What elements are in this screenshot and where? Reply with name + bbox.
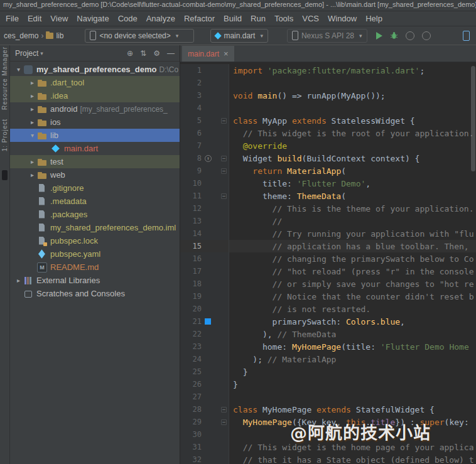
menu-item-tools[interactable]: Tools (270, 14, 298, 23)
code-line[interactable]: 14 // Try running your application with … (180, 227, 476, 240)
close-icon[interactable]: × (224, 50, 229, 58)
chevron-right-icon[interactable]: ▸ (28, 171, 37, 178)
editor-scrollbar[interactable] (470, 62, 476, 464)
code-line[interactable]: 26} (180, 378, 476, 391)
gutter[interactable]: 23 (180, 340, 229, 353)
tree-item-pubspec-lock[interactable]: pubspec.lock (10, 234, 180, 247)
code-line[interactable]: 20 // is not restarted. (180, 303, 476, 315)
code-line[interactable]: 32 // that it has a State object (define… (180, 453, 476, 464)
code-line[interactable]: 1import 'package:flutter/material.dart'; (180, 64, 476, 77)
menu-item-refactor[interactable]: Refactor (180, 14, 219, 23)
code-line[interactable]: 11− theme: ThemeData( (180, 190, 476, 202)
tree-item-scratches-and-consoles[interactable]: Scratches and Consoles (10, 287, 180, 300)
code-line[interactable]: 8↑− Widget build(BuildContext context) { (180, 152, 476, 165)
run-config-selector[interactable]: main.dart ▾ (210, 29, 268, 43)
gutter[interactable]: 24 (180, 353, 229, 365)
gutter[interactable]: 9− (180, 165, 229, 177)
code-line[interactable]: 3void main() => runApp(MyApp()); (180, 89, 476, 102)
hide-panel-icon[interactable]: — (167, 49, 175, 58)
menu-item-navigate[interactable]: Navigate (72, 14, 113, 23)
tab-main-dart[interactable]: main.dart × (182, 46, 234, 62)
tree-item-my-shared-preferences-demo[interactable]: ▾my_shared_preferences_demo D:\Co (10, 63, 180, 76)
tree-item--packages[interactable]: .packages (10, 208, 180, 221)
attach-debugger-button[interactable] (422, 31, 431, 40)
code-line[interactable]: 5−class MyApp extends StatelessWidget { (180, 114, 476, 127)
gutter[interactable]: 13 (180, 215, 229, 227)
avd-selector[interactable]: Nexus S API 28 ▾ (287, 29, 367, 43)
tree-item--metadata[interactable]: .metadata (10, 195, 180, 208)
chevron-right-icon[interactable]: ▸ (28, 92, 37, 99)
gutter[interactable]: 11− (180, 190, 229, 202)
gutter[interactable]: 16 (180, 252, 229, 265)
override-icon[interactable]: ↑ (205, 155, 212, 162)
tree-item-main-dart[interactable]: main.dart (10, 142, 180, 155)
tree-item-lib[interactable]: ▾lib (10, 129, 180, 142)
tree-item-test[interactable]: ▸test (10, 155, 180, 168)
scrollbar-thumb[interactable] (471, 66, 475, 171)
menu-item-run[interactable]: Run (246, 14, 270, 23)
fold-marker[interactable]: − (221, 118, 227, 124)
tree-item-my-shared-preferences-demo-iml[interactable]: my_shared_preferences_demo.iml (10, 221, 180, 234)
code-line[interactable]: 21 primarySwatch: Colors.blue, (180, 315, 476, 328)
device-manager-button[interactable] (463, 31, 470, 41)
fold-marker[interactable]: − (221, 419, 227, 425)
code-line[interactable]: 19 // Notice that the counter didn't res… (180, 290, 476, 303)
tree-item-pubspec-yaml[interactable]: pubspec.yaml (10, 247, 180, 261)
code-line[interactable]: 23 home: MyHomePage(title: 'Flutter Demo… (180, 340, 476, 353)
code-line[interactable]: 4 (180, 102, 476, 114)
chevron-right-icon[interactable]: ▸ (28, 105, 37, 112)
code-editor[interactable]: 1import 'package:flutter/material.dart';… (180, 62, 476, 464)
code-line[interactable]: 15 // application has a blue toolbar. Th… (180, 240, 476, 252)
gutter[interactable]: 31 (180, 441, 229, 453)
code-line[interactable]: 9− return MaterialApp( (180, 165, 476, 177)
code-line[interactable]: 12 // This is the theme of your applicat… (180, 202, 476, 215)
menu-item-view[interactable]: View (46, 14, 72, 23)
tool-window-button-resource-manager[interactable]: Resource Manager (1, 46, 8, 110)
gutter[interactable]: 15 (180, 240, 229, 252)
tree-item-android[interactable]: ▸android [my_shared_preferences_ (10, 102, 180, 116)
gutter[interactable]: 14 (180, 227, 229, 240)
gutter[interactable]: 7 (180, 139, 229, 152)
gutter[interactable]: 25 (180, 365, 229, 378)
code-line[interactable]: 17 // "hot reload" (press "r" in the con… (180, 265, 476, 278)
color-preview-swatch[interactable] (205, 318, 211, 325)
tree-item-web[interactable]: ▸web (10, 168, 180, 181)
locate-file-icon[interactable]: ⊕ (127, 49, 133, 58)
gutter[interactable]: 2 (180, 77, 229, 89)
gutter[interactable]: 6 (180, 127, 229, 139)
run-button[interactable] (376, 32, 382, 40)
code-line[interactable]: 18 // or simply save your changes to "ho… (180, 278, 476, 290)
chevron-right-icon[interactable]: ▸ (14, 277, 23, 284)
code-line[interactable]: 7 @override (180, 139, 476, 152)
gutter[interactable]: 1 (180, 64, 229, 77)
gutter[interactable]: 21 (180, 315, 229, 328)
gutter[interactable]: 22 (180, 328, 229, 340)
panel-title[interactable]: Project (15, 49, 38, 58)
code-line[interactable]: 2 (180, 77, 476, 89)
gutter[interactable]: 17 (180, 265, 229, 278)
code-line[interactable]: 28−class MyHomePage extends StatefulWidg… (180, 403, 476, 416)
menu-item-window[interactable]: Window (323, 14, 361, 23)
fold-marker[interactable]: − (221, 407, 227, 413)
code-line[interactable]: 25 } (180, 365, 476, 378)
tree-item-readme-md[interactable]: README.md (10, 261, 180, 274)
tree-item-external-libraries[interactable]: ▸External Libraries (10, 274, 180, 287)
menu-item-build[interactable]: Build (219, 14, 246, 23)
gutter[interactable]: 8↑− (180, 152, 229, 165)
breadcrumb-folder[interactable]: lib (56, 31, 63, 40)
chevron-down-icon[interactable]: ▾ (28, 132, 37, 139)
gutter[interactable]: 3 (180, 89, 229, 102)
code-line[interactable]: 16 // changing the primarySwatch below t… (180, 252, 476, 265)
tree-item--gitignore[interactable]: .gitignore (10, 181, 180, 195)
chevron-right-icon[interactable]: ▸ (28, 158, 37, 165)
debug-button[interactable] (390, 31, 398, 40)
menu-item-analyze[interactable]: Analyze (142, 14, 180, 23)
fold-marker[interactable]: − (221, 156, 227, 161)
profiler-button[interactable] (406, 31, 414, 40)
code-line[interactable]: 6 // This widget is the root of your app… (180, 127, 476, 139)
gutter[interactable]: 19 (180, 290, 229, 303)
tree-item-ios[interactable]: ▸ios (10, 116, 180, 129)
menu-item-file[interactable]: File (1, 14, 23, 23)
gutter[interactable]: 28− (180, 403, 229, 416)
breadcrumb-project[interactable]: ces_demo (4, 31, 38, 40)
